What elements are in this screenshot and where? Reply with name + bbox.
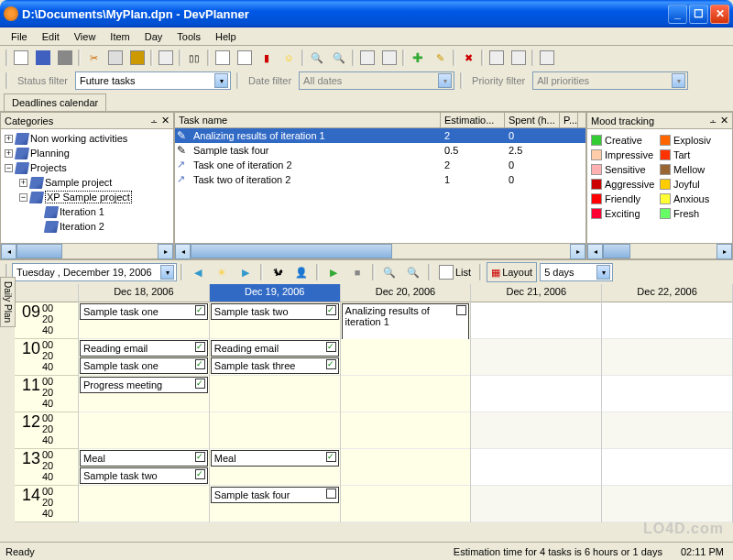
copy-button[interactable] bbox=[105, 48, 126, 68]
col-estimation[interactable]: Estimatio... bbox=[441, 113, 505, 127]
day-column[interactable]: Dec 20, 2006Analizing results of iterati… bbox=[341, 284, 472, 522]
day-range-combo[interactable]: 5 days ▾ bbox=[540, 263, 613, 281]
tree-item[interactable]: −Projects bbox=[3, 160, 171, 175]
calendar-cell[interactable] bbox=[210, 412, 340, 449]
priority-filter-combo[interactable]: All priorities ▾ bbox=[532, 71, 688, 90]
mood-item[interactable]: Friendly bbox=[591, 192, 660, 206]
list-view-button[interactable]: List bbox=[435, 262, 475, 282]
col-spent[interactable]: Spent (h... bbox=[505, 113, 560, 127]
scroll-left-icon[interactable]: ◂ bbox=[587, 244, 603, 259]
tree-toggle-icon[interactable]: − bbox=[19, 193, 27, 202]
calendar-cell[interactable]: Analizing results of iteration 1 bbox=[341, 302, 471, 339]
menu-tools[interactable]: Tools bbox=[170, 29, 208, 44]
calendar-cell[interactable]: Sample task two✓ bbox=[210, 302, 340, 339]
new-button[interactable] bbox=[11, 48, 31, 68]
calendar-event[interactable]: Sample task four bbox=[211, 487, 339, 503]
close-icon[interactable]: ✕ bbox=[720, 115, 728, 126]
calendar-cell[interactable] bbox=[341, 339, 471, 376]
date-picker[interactable]: Tuesday , December 19, 2006 ▾ bbox=[12, 263, 177, 281]
calendar-event[interactable]: Meal✓ bbox=[211, 450, 339, 467]
tree-item[interactable]: −XP Sample project bbox=[3, 190, 171, 204]
mood-item[interactable]: Aggressive bbox=[591, 177, 660, 192]
mood-hscroll[interactable]: ◂ ▸ bbox=[587, 243, 732, 258]
tool2-button[interactable] bbox=[509, 48, 529, 68]
calendar-cell[interactable] bbox=[602, 412, 732, 449]
pin-icon[interactable]: ⫠ bbox=[708, 115, 718, 126]
calendar-event[interactable]: Reading email✓ bbox=[211, 340, 339, 357]
calendar-event[interactable]: Progress meeting✓ bbox=[80, 377, 208, 393]
event-checkbox[interactable] bbox=[456, 305, 466, 315]
day-header[interactable]: Dec 22, 2006 bbox=[602, 284, 732, 302]
properties-button[interactable] bbox=[156, 48, 176, 68]
event-checkbox[interactable]: ✓ bbox=[326, 305, 336, 315]
tasks-list[interactable]: Analizing results of iteration 120Sample… bbox=[175, 128, 585, 243]
date-filter-combo[interactable]: All dates ▾ bbox=[299, 71, 454, 90]
mood-item[interactable]: Tart bbox=[660, 148, 728, 162]
maximize-button[interactable]: ☐ bbox=[689, 5, 708, 24]
tree-item[interactable]: Iteration 1 bbox=[3, 204, 171, 219]
menu-item[interactable]: Item bbox=[103, 29, 137, 44]
task-row[interactable]: Sample task four0.52.5 bbox=[175, 143, 585, 158]
calendar-event[interactable]: Sample task one✓ bbox=[80, 303, 208, 320]
calendar-cell[interactable] bbox=[471, 412, 601, 449]
calendar-cell[interactable] bbox=[471, 449, 601, 486]
cal-zoomin-button[interactable]: 🔍 bbox=[379, 262, 399, 282]
calendar-cell[interactable] bbox=[471, 486, 601, 522]
mood-item[interactable]: Exciting bbox=[591, 206, 660, 221]
calendar-event[interactable]: Sample task three✓ bbox=[211, 357, 339, 374]
mood-item[interactable]: Fresh bbox=[660, 206, 728, 221]
event-checkbox[interactable]: ✓ bbox=[326, 359, 336, 369]
menu-view[interactable]: View bbox=[67, 29, 104, 44]
tab-deadlines[interactable]: Deadlines calendar bbox=[4, 93, 106, 111]
menu-file[interactable]: File bbox=[4, 29, 35, 44]
day-header[interactable]: Dec 20, 2006 bbox=[341, 284, 471, 302]
save-button[interactable] bbox=[33, 48, 53, 68]
add-button[interactable]: ✚ bbox=[408, 48, 428, 68]
play-button[interactable]: ▶ bbox=[323, 262, 344, 282]
scroll-right-icon[interactable]: ▸ bbox=[717, 244, 732, 259]
today-button[interactable]: ☀ bbox=[212, 262, 232, 282]
zoomin-button[interactable]: 🔍 bbox=[307, 48, 327, 68]
calendar-cell[interactable]: Reading email✓Sample task three✓ bbox=[210, 339, 340, 376]
mood-item[interactable]: Sensitive bbox=[591, 162, 660, 177]
tree-item[interactable]: +Non working activities bbox=[3, 131, 171, 146]
calendar-cell[interactable] bbox=[79, 412, 209, 449]
col-taskname[interactable]: Task name bbox=[175, 113, 441, 127]
menu-day[interactable]: Day bbox=[137, 29, 170, 44]
scroll-right-icon[interactable]: ▸ bbox=[158, 244, 173, 259]
calendar-event[interactable]: Reading email✓ bbox=[80, 340, 208, 357]
mood-grid[interactable]: CreativeExplosivImpressiveTartSensitiveM… bbox=[587, 129, 732, 243]
categories-hscroll[interactable]: ◂ ▸ bbox=[1, 243, 173, 258]
tasks-hscroll[interactable]: ◂ ▸ bbox=[175, 243, 585, 258]
task-row[interactable]: Task one of iteration 220 bbox=[175, 158, 585, 172]
calendar-cell[interactable] bbox=[471, 376, 601, 412]
print-button[interactable] bbox=[55, 48, 75, 68]
cal-zoomout-button[interactable]: 🔍 bbox=[403, 262, 423, 282]
mood-item[interactable]: Anxious bbox=[660, 192, 728, 206]
cal-btn1[interactable]: 🐿 bbox=[268, 262, 288, 282]
mood-item[interactable]: Joyful bbox=[660, 177, 728, 192]
mood-item[interactable]: Creative bbox=[591, 133, 660, 148]
task-row[interactable]: Analizing results of iteration 120 bbox=[175, 128, 585, 143]
mood-item[interactable]: Explosiv bbox=[660, 133, 728, 148]
view3-button[interactable] bbox=[235, 48, 255, 68]
calendar-cell[interactable] bbox=[341, 486, 471, 522]
event-checkbox[interactable]: ✓ bbox=[195, 469, 205, 479]
status-filter-combo[interactable]: Future tasks ▾ bbox=[75, 71, 231, 90]
calendar-event[interactable]: Sample task one✓ bbox=[80, 357, 208, 374]
view1-button[interactable]: ▯▯ bbox=[184, 48, 204, 68]
cut-button[interactable]: ✂ bbox=[83, 48, 104, 68]
calendar-cell[interactable]: Sample task one✓ bbox=[79, 302, 209, 339]
day-column[interactable]: Dec 18, 2006Sample task one✓Reading emai… bbox=[79, 284, 210, 522]
day-column[interactable]: Dec 21, 2006 bbox=[471, 284, 602, 522]
scroll-right-icon[interactable]: ▸ bbox=[570, 244, 585, 259]
nav1-button[interactable] bbox=[357, 48, 377, 68]
calendar-cell[interactable] bbox=[602, 449, 732, 486]
close-icon[interactable]: ✕ bbox=[161, 115, 170, 126]
tree-toggle-icon[interactable]: + bbox=[5, 135, 13, 143]
calendar-event[interactable]: Meal✓ bbox=[80, 450, 208, 467]
calendar-cell[interactable]: Meal✓ bbox=[210, 449, 340, 486]
chart-button[interactable]: ▮ bbox=[257, 48, 277, 68]
calendar-cell[interactable] bbox=[471, 302, 601, 339]
calendar-event[interactable]: Sample task two✓ bbox=[211, 303, 339, 320]
